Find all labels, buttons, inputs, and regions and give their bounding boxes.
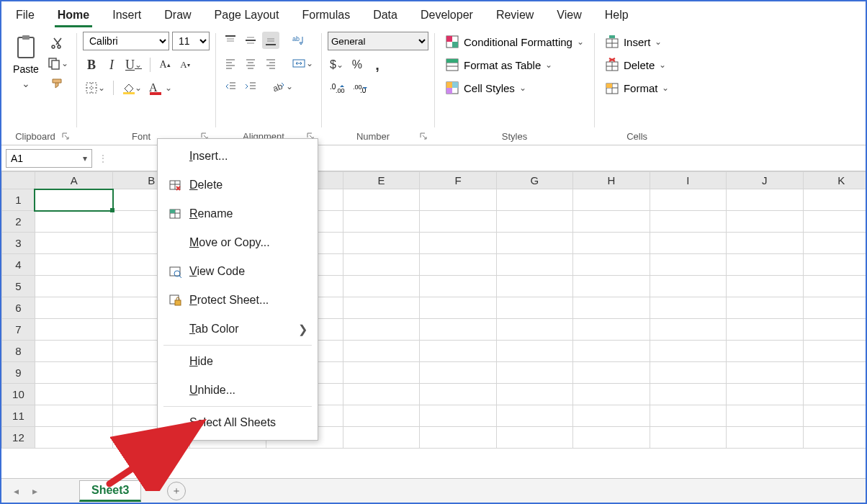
cell[interactable]: [343, 189, 419, 211]
cell[interactable]: [727, 297, 803, 319]
cell[interactable]: [343, 297, 419, 319]
orientation-button[interactable]: ab⌄: [269, 78, 295, 95]
cell[interactable]: [803, 319, 866, 341]
cell[interactable]: [496, 211, 572, 233]
cell[interactable]: [650, 319, 726, 341]
col-header[interactable]: I: [650, 172, 726, 189]
cell[interactable]: [803, 427, 866, 449]
cell[interactable]: [727, 276, 803, 297]
cell[interactable]: [35, 384, 113, 405]
row-header[interactable]: 11: [2, 405, 35, 427]
cell[interactable]: [420, 341, 496, 362]
row-header[interactable]: 4: [2, 254, 35, 276]
ctx-move-copy[interactable]: Move or Copy...: [158, 228, 318, 257]
cell[interactable]: [573, 405, 650, 427]
merge-center-button[interactable]: ⌄: [289, 55, 315, 72]
cell[interactable]: [35, 405, 113, 427]
cell[interactable]: [803, 405, 866, 427]
cell[interactable]: [343, 362, 419, 384]
number-dialog-launcher[interactable]: [418, 131, 428, 141]
cell[interactable]: [727, 211, 803, 233]
cell[interactable]: [343, 276, 419, 297]
cell[interactable]: [343, 319, 419, 341]
ctx-insert[interactable]: Insert...: [158, 142, 318, 171]
cell[interactable]: [650, 211, 726, 233]
cell[interactable]: [573, 384, 650, 405]
align-bottom-button[interactable]: [262, 32, 279, 49]
cells-delete-button[interactable]: Delete⌄: [601, 55, 674, 75]
cell[interactable]: [496, 297, 572, 319]
cell[interactable]: [573, 297, 650, 319]
row-header[interactable]: 5: [2, 276, 35, 297]
italic-button[interactable]: I: [103, 56, 120, 73]
clipboard-dialog-launcher[interactable]: [60, 131, 71, 141]
cell[interactable]: [803, 276, 866, 297]
row-header[interactable]: 1: [2, 189, 35, 211]
ctx-protect-sheet[interactable]: Protect Sheet...: [158, 286, 318, 315]
tab-help[interactable]: Help: [593, 4, 640, 26]
tab-developer[interactable]: Developer: [409, 4, 485, 26]
tab-data[interactable]: Data: [361, 4, 409, 26]
cell[interactable]: [496, 233, 572, 254]
cell[interactable]: [496, 341, 572, 362]
cell[interactable]: [803, 189, 866, 211]
align-top-button[interactable]: [222, 32, 239, 49]
cell[interactable]: [35, 319, 113, 341]
col-header[interactable]: J: [727, 172, 803, 189]
tab-draw[interactable]: Draw: [153, 4, 202, 26]
col-header[interactable]: F: [420, 172, 496, 189]
font-color-button[interactable]: A ⌄: [147, 79, 174, 96]
increase-indent-button[interactable]: [242, 78, 259, 95]
cell[interactable]: [573, 427, 650, 449]
cell[interactable]: [496, 189, 572, 211]
cell[interactable]: [35, 189, 113, 211]
tab-home[interactable]: Home: [46, 4, 101, 26]
cell[interactable]: [420, 276, 496, 297]
cell[interactable]: [343, 427, 419, 449]
copy-button[interactable]: ⌄: [45, 55, 71, 72]
cell-styles-button[interactable]: Cell Styles⌄: [441, 78, 588, 98]
align-left-button[interactable]: [222, 55, 239, 72]
cell[interactable]: [727, 319, 803, 341]
cell[interactable]: [343, 233, 419, 254]
ctx-select-all-sheets[interactable]: Select All Sheets: [158, 408, 318, 437]
decrease-indent-button[interactable]: [222, 78, 239, 95]
cell[interactable]: [420, 384, 496, 405]
cell[interactable]: [35, 297, 113, 319]
tab-insert[interactable]: Insert: [101, 4, 153, 26]
cell[interactable]: [727, 189, 803, 211]
font-name-select[interactable]: Calibri: [83, 32, 169, 50]
sheet-tab-active[interactable]: Sheet3: [79, 480, 141, 502]
cell[interactable]: [343, 384, 419, 405]
wrap-text-button[interactable]: ab: [289, 32, 308, 49]
row-header[interactable]: 6: [2, 297, 35, 319]
cell[interactable]: [803, 362, 866, 384]
cell[interactable]: [496, 405, 572, 427]
col-header[interactable]: E: [343, 172, 419, 189]
format-painter-button[interactable]: [45, 75, 71, 92]
cell[interactable]: [803, 341, 866, 362]
borders-button[interactable]: ⌄: [83, 79, 107, 96]
cell[interactable]: [496, 276, 572, 297]
cell[interactable]: [650, 189, 726, 211]
ctx-hide[interactable]: Hide: [158, 347, 318, 376]
cell[interactable]: [573, 254, 650, 276]
cell[interactable]: [420, 211, 496, 233]
cell[interactable]: [650, 384, 726, 405]
number-format-select[interactable]: General: [328, 32, 428, 50]
cell[interactable]: [35, 341, 113, 362]
comma-format-button[interactable]: ,: [369, 56, 386, 73]
cell[interactable]: [573, 362, 650, 384]
cell[interactable]: [573, 319, 650, 341]
cell[interactable]: [650, 341, 726, 362]
cell[interactable]: [420, 254, 496, 276]
cell[interactable]: [650, 233, 726, 254]
fill-color-button[interactable]: ⌄: [120, 79, 144, 96]
align-middle-button[interactable]: [242, 32, 259, 49]
align-right-button[interactable]: [262, 55, 279, 72]
ctx-delete[interactable]: Delete: [158, 171, 318, 199]
paste-button[interactable]: Paste ⌄: [10, 32, 42, 89]
cell[interactable]: [573, 341, 650, 362]
cell[interactable]: [573, 276, 650, 297]
tab-review[interactable]: Review: [485, 4, 545, 26]
